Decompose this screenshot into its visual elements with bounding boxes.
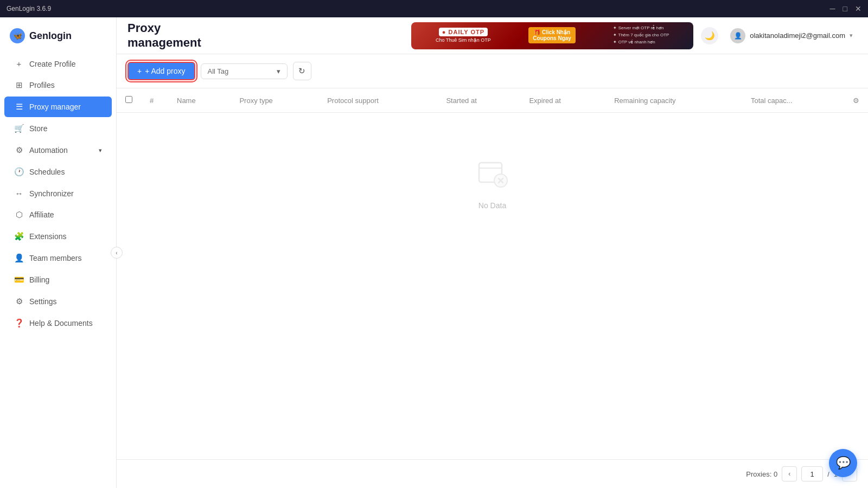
sidebar-item-synchronizer[interactable]: ↔ Synchronizer <box>4 183 112 203</box>
billing-icon: 💳 <box>14 275 24 285</box>
chevron-down-icon: ▾ <box>850 32 853 39</box>
no-data-icon <box>476 156 509 195</box>
plus-icon: + <box>137 67 142 75</box>
plus-icon: + <box>14 59 24 68</box>
chevron-down-icon: ▾ <box>277 67 280 75</box>
topbar-right: ● DAILY OTP Cho Thuê Sim nhận OTP 🎁 Clic… <box>411 22 857 49</box>
content-area: + + Add proxy All Tag ▾ ↻ <box>117 54 868 488</box>
titlebar: GenLogin 3.6.9 ─ □ ✕ <box>0 0 868 17</box>
th-settings[interactable]: ⚙ <box>844 88 868 113</box>
select-all-checkbox[interactable] <box>125 96 132 103</box>
sidebar-item-settings[interactable]: ⚙ Settings <box>4 291 112 312</box>
sidebar-item-team-members[interactable]: 👤 Team members <box>4 248 112 268</box>
proxy-management-page: + + Add proxy All Tag ▾ ↻ <box>117 54 868 488</box>
main-content: Proxymanagement ● DAILY OTP Cho Thuê Sim… <box>117 17 868 488</box>
sidebar-item-help[interactable]: ❓ Help & Documents <box>4 313 112 333</box>
settings-icon: ⚙ <box>14 297 24 306</box>
table-header-row: # Name Proxy type Protocol support Start… <box>117 88 868 113</box>
tag-select[interactable]: All Tag ▾ <box>201 63 288 79</box>
no-data-label: No Data <box>478 201 506 210</box>
chat-icon: 💬 <box>836 456 851 470</box>
restore-button[interactable]: □ <box>843 4 847 13</box>
automation-icon: ⚙ <box>14 145 24 155</box>
prev-page-button[interactable]: ‹ <box>782 466 797 481</box>
sidebar-item-label: Settings <box>29 297 57 306</box>
store-icon: 🛒 <box>14 124 24 133</box>
pagination-bar: Proxies: 0 ‹ / 1 › <box>117 459 868 488</box>
sidebar-item-billing[interactable]: 💳 Billing <box>4 269 112 290</box>
sidebar-item-label: Help & Documents <box>29 319 93 328</box>
close-button[interactable]: ✕ <box>855 4 861 13</box>
sidebar-item-create-profile[interactable]: + Create Profile <box>4 54 112 74</box>
sidebar-item-affiliate[interactable]: ⬡ Affiliate <box>4 204 112 225</box>
th-name: Name <box>168 88 231 113</box>
logo-icon: 🦋 <box>10 28 25 43</box>
chevron-down-icon: ▾ <box>99 147 102 154</box>
sync-icon: ↔ <box>14 189 24 198</box>
window-controls: ─ □ ✕ <box>830 4 861 13</box>
affiliate-icon: ⬡ <box>14 210 24 220</box>
no-data-state: No Data <box>117 113 868 253</box>
add-proxy-label: + Add proxy <box>145 67 185 75</box>
sidebar-item-label: Billing <box>29 275 49 284</box>
team-icon: 👤 <box>14 253 24 263</box>
chat-button[interactable]: 💬 <box>829 449 857 477</box>
avatar: 👤 <box>730 28 745 43</box>
sidebar: 🦋 Genlogin + Create Profile ⊞ Profiles ☰… <box>0 17 117 488</box>
th-proxy-type: Proxy type <box>231 88 318 113</box>
user-menu-button[interactable]: 👤 olakitanoladimeji2@gmail.com ▾ <box>726 26 857 46</box>
tag-placeholder: All Tag <box>208 67 229 75</box>
th-checkbox <box>117 88 141 113</box>
proxies-count: Proxies: 0 <box>746 470 777 478</box>
grid-icon: ⊞ <box>14 80 24 90</box>
banner-inner: ● DAILY OTP Cho Thuê Sim nhận OTP 🎁 Clic… <box>411 25 693 46</box>
add-proxy-button[interactable]: + + Add proxy <box>127 62 195 80</box>
sidebar-item-automation[interactable]: ⚙ Automation ▾ <box>4 140 112 160</box>
sidebar-item-label: Store <box>29 124 47 133</box>
app-title: GenLogin 3.6.9 <box>7 5 51 12</box>
sidebar-item-schedules[interactable]: 🕐 Schedules <box>4 162 112 182</box>
th-total-capacity: Total capac... <box>742 88 844 113</box>
th-started-at: Started at <box>437 88 520 113</box>
sidebar-item-store[interactable]: 🛒 Store <box>4 118 112 139</box>
sidebar-item-label: Extensions <box>29 232 66 241</box>
help-icon: ❓ <box>14 318 24 328</box>
extensions-icon: 🧩 <box>14 232 24 241</box>
th-number: # <box>141 88 168 113</box>
sidebar-item-label: Automation <box>29 146 68 155</box>
proxy-toolbar: + + Add proxy All Tag ▾ ↻ <box>117 54 868 88</box>
topbar: Proxymanagement ● DAILY OTP Cho Thuê Sim… <box>117 17 868 54</box>
proxy-icon: ☰ <box>14 102 24 112</box>
sidebar-item-profiles[interactable]: ⊞ Profiles <box>4 75 112 95</box>
sidebar-item-extensions[interactable]: 🧩 Extensions <box>4 226 112 247</box>
page-title: Proxymanagement <box>127 21 201 50</box>
banner-sub-label: Cho Thuê Sim nhận OTP <box>436 37 491 43</box>
clock-icon: 🕐 <box>14 167 24 177</box>
proxy-table-container: # Name Proxy type Protocol support Start… <box>117 88 868 459</box>
app-logo: 🦋 Genlogin <box>0 24 116 53</box>
minimize-button[interactable]: ─ <box>830 4 835 13</box>
banner-otp-label: ● DAILY OTP <box>439 28 488 36</box>
banner-cta-label: 🎁 Click NhậnCoupons Ngay <box>528 27 576 43</box>
page-separator: / <box>827 470 829 478</box>
th-expired-at: Expired at <box>520 88 605 113</box>
refresh-icon: ↻ <box>298 66 305 76</box>
sidebar-item-label: Profiles <box>29 81 55 89</box>
sidebar-collapse-button[interactable]: ‹ <box>111 247 123 259</box>
proxy-table: # Name Proxy type Protocol support Start… <box>117 88 868 113</box>
refresh-button[interactable]: ↻ <box>293 62 311 80</box>
sidebar-item-label: Team members <box>29 254 81 262</box>
sidebar-item-label: Schedules <box>29 168 65 176</box>
th-remaining-capacity: Remaining capacity <box>605 88 742 113</box>
sidebar-item-label: Create Profile <box>29 60 76 68</box>
page-number-input[interactable] <box>801 466 823 481</box>
logo-text: Genlogin <box>29 30 72 42</box>
user-email: olakitanoladimeji2@gmail.com <box>750 31 845 40</box>
sidebar-item-proxy-manager[interactable]: ☰ Proxy manager <box>4 97 112 117</box>
sidebar-item-label: Proxy manager <box>29 102 81 111</box>
sidebar-item-label: Synchronizer <box>29 189 74 198</box>
banner-features: ✦ Server mới OTP rẻ hơn ✦ Thêm 7 quốc gi… <box>613 25 669 46</box>
promo-banner[interactable]: ● DAILY OTP Cho Thuê Sim nhận OTP 🎁 Clic… <box>411 22 693 49</box>
sidebar-item-label: Affiliate <box>29 210 54 219</box>
dark-mode-toggle[interactable]: 🌙 <box>701 27 718 44</box>
